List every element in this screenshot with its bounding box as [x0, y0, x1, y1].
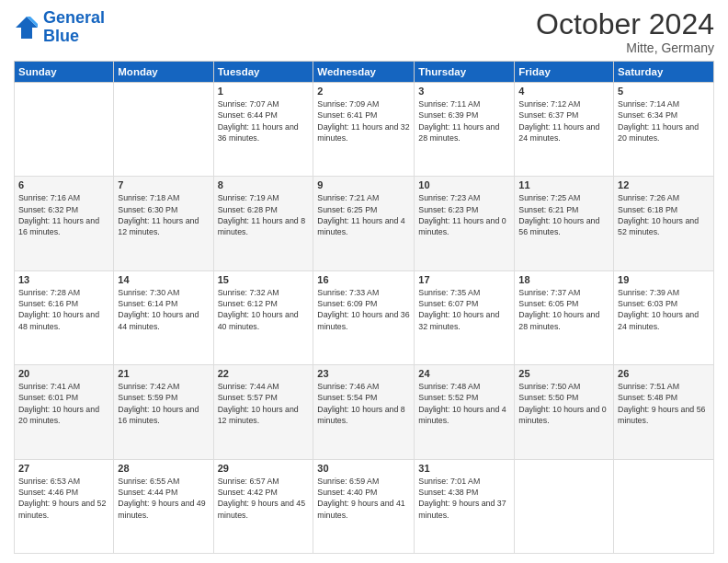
day-number: 2	[317, 86, 410, 97]
calendar-cell: 31Sunrise: 7:01 AM Sunset: 4:38 PM Dayli…	[415, 459, 515, 553]
day-number: 24	[418, 368, 510, 379]
calendar-cell: 20Sunrise: 7:41 AM Sunset: 6:01 PM Dayli…	[15, 365, 114, 459]
day-number: 19	[618, 274, 710, 285]
day-info: Sunrise: 7:09 AM Sunset: 6:41 PM Dayligh…	[317, 98, 410, 144]
day-number: 18	[518, 274, 609, 285]
calendar-cell: 7Sunrise: 7:18 AM Sunset: 6:30 PM Daylig…	[114, 177, 213, 270]
day-number: 22	[218, 368, 310, 379]
calendar-cell: 22Sunrise: 7:44 AM Sunset: 5:57 PM Dayli…	[213, 365, 313, 459]
day-info: Sunrise: 7:07 AM Sunset: 6:44 PM Dayligh…	[218, 98, 310, 144]
day-info: Sunrise: 7:12 AM Sunset: 6:37 PM Dayligh…	[518, 98, 609, 144]
day-number: 6	[18, 179, 109, 190]
day-info: Sunrise: 6:55 AM Sunset: 4:44 PM Dayligh…	[118, 476, 209, 521]
day-number: 16	[317, 274, 410, 285]
weekday-header: Wednesday	[313, 62, 415, 83]
day-info: Sunrise: 6:59 AM Sunset: 4:40 PM Dayligh…	[317, 476, 410, 521]
calendar-week-row: 20Sunrise: 7:41 AM Sunset: 6:01 PM Dayli…	[15, 365, 714, 459]
calendar-cell: 3Sunrise: 7:11 AM Sunset: 6:39 PM Daylig…	[415, 83, 515, 177]
day-number: 10	[418, 179, 510, 190]
day-info: Sunrise: 7:35 AM Sunset: 6:07 PM Dayligh…	[418, 287, 510, 332]
day-info: Sunrise: 7:39 AM Sunset: 6:03 PM Dayligh…	[618, 287, 710, 332]
month-title: October 2024	[536, 9, 714, 39]
day-number: 31	[418, 463, 510, 474]
day-number: 30	[317, 463, 410, 474]
calendar-cell: 28Sunrise: 6:55 AM Sunset: 4:44 PM Dayli…	[114, 459, 213, 553]
day-number: 26	[618, 368, 710, 379]
calendar-cell: 6Sunrise: 7:16 AM Sunset: 6:32 PM Daylig…	[15, 177, 114, 270]
calendar-cell: 13Sunrise: 7:28 AM Sunset: 6:16 PM Dayli…	[15, 270, 114, 364]
day-info: Sunrise: 7:11 AM Sunset: 6:39 PM Dayligh…	[418, 98, 510, 144]
calendar-cell: 4Sunrise: 7:12 AM Sunset: 6:37 PM Daylig…	[515, 83, 614, 177]
day-info: Sunrise: 7:18 AM Sunset: 6:30 PM Dayligh…	[118, 192, 209, 237]
header: General Blue October 2024 Mitte, Germany	[14, 9, 714, 55]
day-number: 9	[317, 179, 410, 190]
calendar-cell	[515, 459, 614, 553]
calendar-cell: 21Sunrise: 7:42 AM Sunset: 5:59 PM Dayli…	[114, 365, 213, 459]
weekday-header: Thursday	[415, 62, 515, 83]
calendar-cell	[114, 83, 213, 177]
day-number: 1	[218, 86, 310, 97]
day-info: Sunrise: 7:50 AM Sunset: 5:50 PM Dayligh…	[518, 381, 609, 426]
day-info: Sunrise: 7:41 AM Sunset: 6:01 PM Dayligh…	[18, 381, 109, 426]
logo-line2: Blue	[43, 27, 79, 45]
calendar-cell: 2Sunrise: 7:09 AM Sunset: 6:41 PM Daylig…	[313, 83, 415, 177]
logo-icon	[14, 15, 40, 40]
calendar-cell: 29Sunrise: 6:57 AM Sunset: 4:42 PM Dayli…	[213, 459, 313, 553]
day-number: 11	[518, 179, 609, 190]
calendar-cell: 24Sunrise: 7:48 AM Sunset: 5:52 PM Dayli…	[415, 365, 515, 459]
day-info: Sunrise: 7:19 AM Sunset: 6:28 PM Dayligh…	[218, 192, 310, 237]
day-info: Sunrise: 7:33 AM Sunset: 6:09 PM Dayligh…	[317, 287, 410, 332]
day-number: 15	[218, 274, 310, 285]
day-info: Sunrise: 7:23 AM Sunset: 6:23 PM Dayligh…	[418, 192, 510, 237]
weekday-header: Monday	[114, 62, 213, 83]
calendar-cell: 10Sunrise: 7:23 AM Sunset: 6:23 PM Dayli…	[415, 177, 515, 270]
calendar-cell	[614, 459, 714, 553]
calendar-cell: 11Sunrise: 7:25 AM Sunset: 6:21 PM Dayli…	[515, 177, 614, 270]
calendar-cell: 1Sunrise: 7:07 AM Sunset: 6:44 PM Daylig…	[213, 83, 313, 177]
day-info: Sunrise: 6:57 AM Sunset: 4:42 PM Dayligh…	[218, 476, 310, 521]
day-number: 27	[18, 463, 109, 474]
day-info: Sunrise: 7:48 AM Sunset: 5:52 PM Dayligh…	[418, 381, 510, 426]
calendar-cell: 27Sunrise: 6:53 AM Sunset: 4:46 PM Dayli…	[15, 459, 114, 553]
calendar-cell: 14Sunrise: 7:30 AM Sunset: 6:14 PM Dayli…	[114, 270, 213, 364]
day-number: 14	[118, 274, 209, 285]
calendar-cell: 8Sunrise: 7:19 AM Sunset: 6:28 PM Daylig…	[213, 177, 313, 270]
day-info: Sunrise: 7:30 AM Sunset: 6:14 PM Dayligh…	[118, 287, 209, 332]
day-number: 25	[518, 368, 609, 379]
calendar-cell: 30Sunrise: 6:59 AM Sunset: 4:40 PM Dayli…	[313, 459, 415, 553]
day-info: Sunrise: 7:42 AM Sunset: 5:59 PM Dayligh…	[118, 381, 209, 426]
day-number: 17	[418, 274, 510, 285]
calendar-cell: 12Sunrise: 7:26 AM Sunset: 6:18 PM Dayli…	[614, 177, 714, 270]
title-block: October 2024 Mitte, Germany	[536, 9, 714, 55]
location-subtitle: Mitte, Germany	[536, 40, 714, 55]
day-number: 13	[18, 274, 109, 285]
logo: General Blue	[14, 9, 105, 46]
day-number: 23	[317, 368, 410, 379]
calendar-cell: 19Sunrise: 7:39 AM Sunset: 6:03 PM Dayli…	[614, 270, 714, 364]
weekday-header: Saturday	[614, 62, 714, 83]
day-number: 20	[18, 368, 109, 379]
calendar-cell: 9Sunrise: 7:21 AM Sunset: 6:25 PM Daylig…	[313, 177, 415, 270]
calendar-week-row: 13Sunrise: 7:28 AM Sunset: 6:16 PM Dayli…	[15, 270, 714, 364]
day-info: Sunrise: 7:14 AM Sunset: 6:34 PM Dayligh…	[618, 98, 710, 144]
calendar-week-row: 1Sunrise: 7:07 AM Sunset: 6:44 PM Daylig…	[15, 83, 714, 177]
calendar-cell: 5Sunrise: 7:14 AM Sunset: 6:34 PM Daylig…	[614, 83, 714, 177]
calendar-cell: 23Sunrise: 7:46 AM Sunset: 5:54 PM Dayli…	[313, 365, 415, 459]
day-info: Sunrise: 7:37 AM Sunset: 6:05 PM Dayligh…	[518, 287, 609, 332]
day-number: 21	[118, 368, 209, 379]
day-info: Sunrise: 7:21 AM Sunset: 6:25 PM Dayligh…	[317, 192, 410, 237]
calendar-cell: 26Sunrise: 7:51 AM Sunset: 5:48 PM Dayli…	[614, 365, 714, 459]
day-info: Sunrise: 7:28 AM Sunset: 6:16 PM Dayligh…	[18, 287, 109, 332]
day-number: 3	[418, 86, 510, 97]
day-number: 12	[618, 179, 710, 190]
day-info: Sunrise: 7:01 AM Sunset: 4:38 PM Dayligh…	[418, 476, 510, 521]
day-number: 29	[218, 463, 310, 474]
day-number: 4	[518, 86, 609, 97]
day-info: Sunrise: 7:32 AM Sunset: 6:12 PM Dayligh…	[218, 287, 310, 332]
day-info: Sunrise: 7:16 AM Sunset: 6:32 PM Dayligh…	[18, 192, 109, 237]
calendar-week-row: 6Sunrise: 7:16 AM Sunset: 6:32 PM Daylig…	[15, 177, 714, 270]
logo-line1: General	[43, 8, 105, 27]
svg-marker-0	[16, 17, 38, 39]
page: General Blue October 2024 Mitte, Germany…	[0, 0, 728, 563]
calendar-cell: 18Sunrise: 7:37 AM Sunset: 6:05 PM Dayli…	[515, 270, 614, 364]
